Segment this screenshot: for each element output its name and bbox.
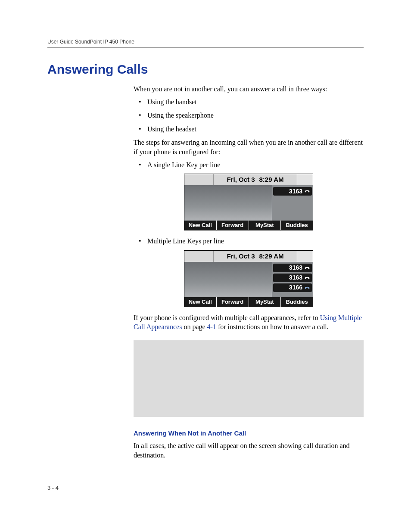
list-item: Using the headset: [134, 124, 364, 134]
subsection-heading: Answering When Not in Another Call: [134, 429, 364, 438]
link-page-4-1[interactable]: 4-1: [207, 323, 216, 330]
line-key-number: 3163: [289, 274, 302, 282]
line-key: 3163: [273, 264, 312, 272]
lcd-softkeys: New Call Forward MyStat Buddies: [184, 297, 313, 307]
lcd-datetime: Fri, Oct 3 8:29 AM: [214, 174, 297, 185]
softkey-forward: Forward: [217, 221, 249, 230]
lcd-corner: [297, 251, 313, 262]
lcd-date: Fri, Oct 3: [227, 252, 255, 261]
list-item: Using the handset: [134, 97, 364, 107]
list-item: Using the speakerphone: [134, 111, 364, 120]
note-box: [134, 340, 364, 417]
phone-lcd-single: Fri, Oct 3 8:29 AM 3163 New Call: [184, 174, 313, 230]
lcd-status-icons: [184, 174, 214, 185]
line-key-number: 3163: [289, 187, 302, 196]
softkey-buddies: Buddies: [281, 297, 313, 307]
lcd-softkeys: New Call Forward MyStat Buddies: [184, 221, 313, 230]
handset-icon: [304, 285, 310, 290]
line-key: 3163: [273, 274, 312, 282]
text: If your phone is configured with multipl…: [134, 314, 320, 321]
line-key: 3163: [273, 187, 312, 196]
lcd-time: 8:29 AM: [259, 252, 284, 261]
list-item: Multiple Line Keys per line: [134, 236, 364, 246]
intro-paragraph: When you are not in another call, you ca…: [134, 84, 364, 94]
lcd-date: Fri, Oct 3: [227, 175, 255, 184]
lcd-corner: [297, 174, 313, 185]
softkey-forward: Forward: [217, 297, 249, 307]
ways-list: Using the handset Using the speakerphone…: [134, 97, 364, 134]
text: for instructions on how to answer a call…: [216, 323, 329, 330]
softkey-buddies: Buddies: [281, 221, 313, 230]
softkey-new-call: New Call: [184, 221, 217, 230]
lcd-line-keys: 3163 3163 3166: [272, 262, 313, 297]
cross-ref-paragraph: If your phone is configured with multipl…: [134, 313, 364, 332]
lcd-line-keys: 3163: [272, 185, 313, 221]
line-key: 3166: [273, 283, 312, 292]
running-header: User Guide SoundPoint IP 450 Phone: [47, 39, 364, 48]
config-list: A single Line Key per line: [134, 160, 364, 170]
handset-icon: [304, 189, 310, 194]
steps-intro-paragraph: The steps for answering an incoming call…: [134, 138, 364, 156]
softkey-mystat: MyStat: [249, 221, 281, 230]
phone-lcd-multi: Fri, Oct 3 8:29 AM 3163 3163: [184, 250, 313, 307]
lcd-idle-area: [184, 262, 272, 297]
lcd-datetime: Fri, Oct 3 8:29 AM: [214, 251, 297, 262]
softkey-mystat: MyStat: [249, 297, 281, 307]
handset-icon: [304, 265, 310, 271]
lcd-idle-area: [184, 185, 272, 221]
section-heading: Answering Calls: [47, 62, 364, 77]
config-list-2: Multiple Line Keys per line: [134, 236, 364, 246]
lcd-status-icons: [184, 251, 214, 262]
lcd-time: 8:29 AM: [259, 175, 284, 184]
line-key-number: 3163: [289, 264, 302, 272]
line-key-number: 3166: [289, 283, 302, 292]
subsection-body: In all cases, the active call will appea…: [134, 441, 364, 460]
page-number: 3 - 4: [47, 485, 59, 491]
text: on page: [182, 323, 207, 330]
softkey-new-call: New Call: [184, 297, 217, 307]
list-item: A single Line Key per line: [134, 160, 364, 170]
handset-icon: [304, 275, 310, 280]
